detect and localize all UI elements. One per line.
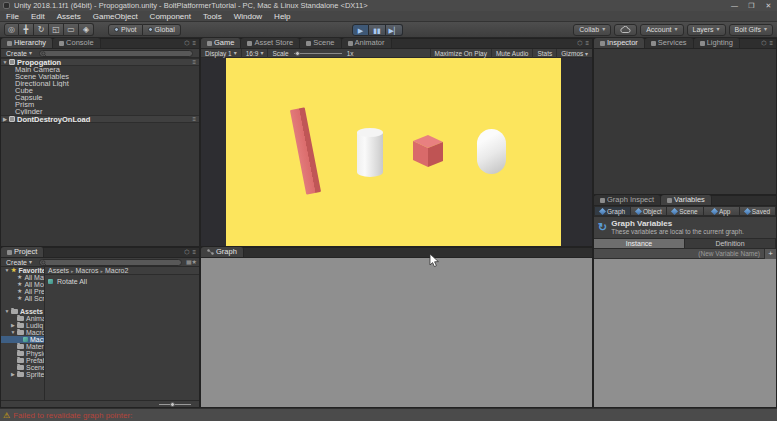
game-button-stats[interactable]: Stats [532, 49, 556, 58]
menu-item-edit[interactable]: Edit [25, 11, 51, 22]
hierarchy-item-scene-variables[interactable]: Scene Variables [1, 73, 199, 80]
hierarchy-item-directional-light[interactable]: Directional Light [1, 80, 199, 87]
status-bar[interactable]: ⚠ Failed to revalidate graph pointer: [0, 408, 777, 421]
breadcrumb-segment[interactable]: Assets [48, 267, 69, 274]
menu-item-assets[interactable]: Assets [51, 11, 87, 22]
scope-button-app[interactable]: App [704, 206, 740, 216]
account-dropdown[interactable]: Account▾ [640, 24, 683, 36]
search-by-label-icon[interactable]: ★ [192, 257, 197, 267]
breadcrumb-segment[interactable]: Macros [76, 267, 99, 274]
project-tree-item-prefabs[interactable]: Prefabs [1, 357, 44, 364]
tab-scene[interactable]: Scene [300, 38, 341, 48]
tab-graph[interactable]: Graph [201, 247, 244, 257]
scale-tool-button[interactable]: ◱ [49, 23, 64, 36]
lock-icon[interactable]: ⬡ [761, 38, 766, 48]
maximize-button[interactable]: ❐ [743, 0, 760, 11]
mode-tab-definition[interactable]: Definition [685, 239, 776, 248]
hierarchy-item-main-camera[interactable]: Main Camera [1, 66, 199, 73]
project-tree-item-all-models[interactable]: ★All Models [1, 281, 44, 288]
play-button[interactable]: ▶ [352, 24, 369, 36]
scope-button-scene[interactable]: Scene [667, 206, 703, 216]
project-tree-item-all-prefabs[interactable]: ★All Prefabs [1, 288, 44, 295]
pivot-button[interactable]: Pivot [108, 24, 143, 36]
close-button[interactable]: ✕ [760, 0, 777, 11]
project-tree-item-macros[interactable]: ▼Macros [1, 329, 44, 336]
foldout-arrow-icon[interactable]: ▼ [3, 267, 11, 274]
project-tree-item-favorites[interactable]: ▼★Favorites [1, 267, 44, 274]
scene-context-icon[interactable]: ≡ [192, 116, 196, 122]
panel-menu-icon[interactable]: ≡ [769, 38, 773, 48]
foldout-arrow-icon[interactable]: ▼ [9, 329, 17, 336]
tab-variables[interactable]: Variables [661, 195, 712, 205]
tab-lighting[interactable]: Lighting [694, 38, 740, 48]
display-dropdown[interactable]: Display 1▾ [201, 49, 242, 58]
project-tree-item-all-materials[interactable]: ★All Materials [1, 274, 44, 281]
scene-context-icon[interactable]: ≡ [192, 59, 196, 65]
hierarchy-item-capsule[interactable]: Capsule [1, 94, 199, 101]
project-tree-item-all-scripts[interactable]: ★All Scripts [1, 295, 44, 302]
pause-button[interactable]: ▮▮ [369, 24, 386, 36]
rect-tool-button[interactable]: ▭ [64, 23, 79, 36]
project-tree-item-sprites[interactable]: ▶Sprites [1, 371, 44, 378]
layout-dropdown[interactable]: Bolt Gifs▾ [729, 24, 773, 36]
scale-slider-knob[interactable] [295, 51, 300, 56]
minimize-button[interactable]: — [726, 0, 743, 11]
scene-header-dontdestroyonload[interactable]: ▶DontDestroyOnLoad≡ [1, 115, 199, 123]
scope-button-saved[interactable]: Saved [740, 206, 776, 216]
hierarchy-item-prism[interactable]: Prism [1, 101, 199, 108]
mode-tab-instance[interactable]: Instance [594, 239, 685, 248]
foldout-arrow-icon[interactable]: ▼ [1, 59, 9, 65]
global-button[interactable]: Global [143, 24, 181, 36]
asset-zoom-knob[interactable] [170, 402, 175, 407]
game-button-maximize-on-play[interactable]: Maximize On Play [430, 49, 491, 58]
scope-button-graph[interactable]: Graph [594, 206, 631, 216]
lock-icon[interactable]: ⬡ [184, 38, 189, 48]
hand-tool-button[interactable]: ◎ [4, 23, 19, 36]
project-tree-item-ludiq[interactable]: ▶Ludiq [1, 322, 44, 329]
menu-item-file[interactable]: File [0, 11, 25, 22]
scale-slider[interactable] [294, 53, 342, 54]
scope-button-object[interactable]: Object [631, 206, 667, 216]
cloud-button[interactable] [614, 24, 637, 36]
tab-hierarchy[interactable]: Hierarchy [1, 38, 53, 48]
hierarchy-search-input[interactable] [39, 50, 193, 57]
panel-menu-icon[interactable]: ≡ [585, 38, 589, 48]
tab-animator[interactable]: Animator [342, 38, 392, 48]
hierarchy-item-cube[interactable]: Cube [1, 87, 199, 94]
menu-item-window[interactable]: Window [228, 11, 268, 22]
foldout-arrow-icon[interactable]: ▶ [9, 322, 17, 329]
lock-icon[interactable]: ⬡ [577, 38, 582, 48]
collab-dropdown[interactable]: Collab▾ [573, 24, 611, 36]
move-tool-button[interactable]: ╋ [19, 23, 34, 36]
tab-game[interactable]: Game [201, 38, 241, 48]
hierarchy-create-button[interactable]: Create▾ [3, 49, 35, 58]
game-button-mute-audio[interactable]: Mute Audio [491, 49, 533, 58]
breadcrumb-segment[interactable]: Macro2 [105, 267, 128, 274]
project-tree-item-physics[interactable]: Physics [1, 350, 44, 357]
foldout-arrow-icon[interactable]: ▶ [9, 371, 17, 378]
asset-zoom-slider[interactable] [159, 404, 191, 405]
step-button[interactable]: ▶▏ [386, 24, 403, 36]
panel-menu-icon[interactable]: ≡ [192, 247, 196, 257]
aspect-dropdown[interactable]: 16:9▾ [242, 49, 269, 58]
menu-item-tools[interactable]: Tools [197, 11, 228, 22]
new-variable-input[interactable]: (New Variable Name) [594, 250, 764, 257]
scene-header-propogation[interactable]: ▼Propogation≡ [1, 58, 199, 66]
transform-tool-button[interactable]: ◈ [79, 23, 94, 36]
project-tree-item-scenes[interactable]: Scenes [1, 364, 44, 371]
tab-services[interactable]: Services [645, 38, 694, 48]
add-variable-button[interactable]: + [764, 249, 776, 259]
lock-icon[interactable]: ⬡ [184, 247, 189, 257]
menu-item-gameobject[interactable]: GameObject [87, 11, 144, 22]
project-tree-item-materials[interactable]: Materials [1, 343, 44, 350]
panel-menu-icon[interactable]: ≡ [192, 38, 196, 48]
tab-project[interactable]: Project [1, 247, 44, 257]
project-tree-item-animations[interactable]: Animations [1, 315, 44, 322]
asset-item-rotate-all[interactable]: Rotate All [48, 278, 87, 285]
rotate-tool-button[interactable]: ↻ [34, 23, 49, 36]
layers-dropdown[interactable]: Layers▾ [687, 24, 726, 36]
foldout-arrow-icon[interactable]: ▼ [3, 308, 11, 315]
tab-inspector[interactable]: Inspector [594, 38, 645, 48]
menu-item-help[interactable]: Help [268, 11, 296, 22]
tab-graph-inspect[interactable]: Graph Inspect [594, 195, 661, 205]
